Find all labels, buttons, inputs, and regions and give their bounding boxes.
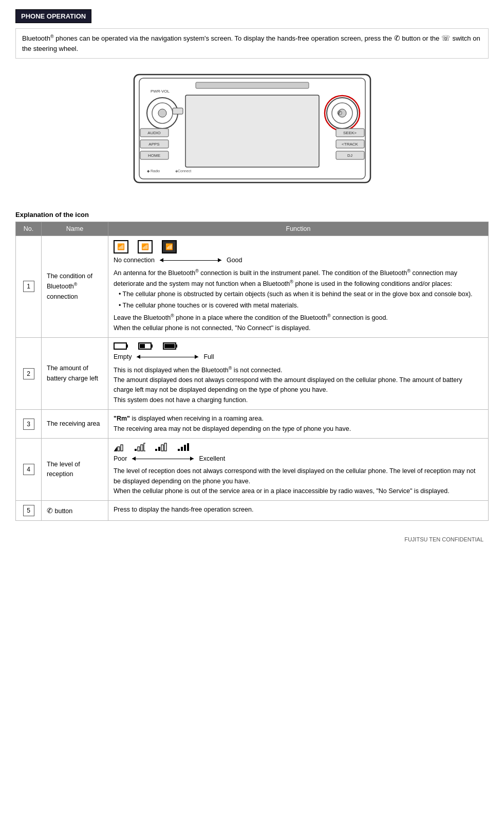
car-headunit-svg: PWR·VOL ✆ AUDIO APPS HOME SEEK> <TRACK D…: [129, 67, 376, 190]
svg-rect-45: [158, 447, 160, 451]
good-label: Good: [227, 256, 242, 265]
row-no-3: 3: [16, 410, 42, 439]
svg-text:◈Connect: ◈Connect: [175, 169, 191, 173]
svg-text:DJ: DJ: [347, 153, 352, 158]
svg-rect-34: [164, 344, 175, 348]
svg-rect-41: [138, 447, 140, 451]
svg-rect-35: [176, 344, 177, 348]
svg-rect-40: [135, 449, 137, 451]
bt-icon-good: 📶: [162, 240, 177, 254]
row-no-5: 5: [16, 501, 42, 521]
signal-low-icon: [134, 443, 145, 452]
signal-medium-icon: [155, 443, 168, 452]
table-row: 3 The receiving area "Rm" is displayed w…: [16, 410, 489, 439]
poor-excellent-arrow: Poor Excellent: [114, 454, 483, 464]
row-name-1: The condition of Bluetooth® connection: [42, 235, 108, 338]
icon-table: No. Name Function 1 The condition of Blu…: [15, 222, 489, 521]
col-header-no: No.: [16, 222, 42, 235]
footer-text: FUJITSU TEN CONFIDENTIAL: [404, 536, 483, 542]
table-row: 1 The condition of Bluetooth® connection…: [16, 235, 489, 338]
svg-text:AUDIO: AUDIO: [147, 131, 160, 135]
svg-rect-29: [126, 344, 128, 348]
signal-icons-row: [114, 443, 483, 452]
table-row: 2 The amount of battery charge left: [16, 338, 489, 410]
battery-half-icon: [138, 342, 154, 350]
row-name-3: The receiving area: [42, 410, 108, 439]
row-function-2: Empty Full This is not displayed when th…: [108, 338, 489, 410]
empty-label: Empty: [114, 352, 132, 362]
row-function-4: Poor Excellent The level of reception do…: [108, 438, 489, 501]
svg-text:◆ Radio: ◆ Radio: [147, 169, 160, 173]
svg-rect-49: [181, 447, 183, 451]
bullet-1: • The cellular phone is obstructed by ce…: [119, 289, 483, 299]
svg-rect-47: [164, 443, 166, 451]
svg-text:✆: ✆: [337, 110, 342, 117]
row-no-2: 2: [16, 338, 42, 410]
arrow: [137, 357, 198, 357]
svg-rect-44: [155, 449, 157, 451]
svg-rect-50: [184, 445, 186, 451]
confidential-footer: FUJITSU TEN CONFIDENTIAL: [15, 536, 489, 542]
phone-icon: ✆: [47, 506, 53, 515]
row-function-1: 📶 📶 📶 No connection Good An antenna for …: [108, 235, 489, 338]
row-function-5: Press to display the hands-free operatio…: [108, 501, 489, 521]
battery-icons-row: [114, 342, 483, 350]
arrow: [132, 459, 194, 459]
svg-rect-46: [161, 445, 163, 451]
page-title: PHONE OPERATION: [21, 12, 86, 20]
svg-rect-39: [121, 445, 123, 451]
battery-text: This is not displayed when the Bluetooth…: [114, 365, 483, 406]
svg-text:APPS: APPS: [148, 142, 159, 147]
svg-rect-25: [196, 82, 309, 88]
svg-rect-7: [173, 108, 183, 114]
svg-text:PWR·VOL: PWR·VOL: [151, 89, 170, 94]
row-name-5: ✆ button: [42, 501, 108, 521]
svg-rect-43: [144, 443, 145, 451]
intro-box: Bluetooth® phones can be operated via th…: [15, 28, 489, 59]
svg-text:HOME: HOME: [148, 153, 160, 158]
bt-icons-row: 📶 📶 📶: [114, 240, 483, 254]
svg-rect-28: [114, 343, 126, 349]
table-row: 5 ✆ button Press to display the hands-fr…: [16, 501, 489, 521]
no-connection-good-arrow: No connection Good: [114, 256, 483, 265]
battery-empty-icon: [114, 342, 129, 350]
svg-rect-42: [141, 445, 143, 451]
reception-text: The level of reception does not always c…: [114, 466, 483, 496]
svg-rect-48: [178, 449, 180, 451]
svg-rect-38: [118, 447, 120, 451]
page-title-bar: PHONE OPERATION: [15, 9, 91, 23]
signal-none-icon: [114, 443, 125, 452]
col-header-name: Name: [42, 222, 108, 235]
excellent-label: Excellent: [199, 454, 225, 464]
col-header-function: Function: [108, 222, 489, 235]
row-name-4: The level of reception: [42, 438, 108, 501]
receiving-area-text: "Rm" is displayed when receiving in a ro…: [114, 414, 483, 434]
bullet-2: • The cellular phone touches or is cover…: [119, 301, 483, 311]
svg-rect-2: [185, 95, 319, 167]
svg-text:<TRACK: <TRACK: [342, 142, 358, 147]
row-no-4: 4: [16, 438, 42, 501]
row-function-3: "Rm" is displayed when receiving in a ro…: [108, 410, 489, 439]
row-no-1: 1: [16, 235, 42, 338]
table-row: 4 The level of reception: [16, 438, 489, 501]
signal-full-icon: [177, 443, 191, 452]
svg-point-5: [158, 109, 166, 117]
explanation-label: Explanation of the icon: [15, 211, 489, 219]
empty-full-arrow: Empty Full: [114, 352, 483, 362]
arrow: [160, 260, 221, 261]
phone-button-text: Press to display the hands-free operatio…: [114, 506, 253, 513]
bt-condition-text: An antenna for the Bluetooth® connection…: [114, 268, 483, 289]
battery-full-icon: [163, 342, 178, 350]
svg-rect-51: [187, 443, 189, 451]
svg-text:SEEK>: SEEK>: [343, 131, 356, 135]
bt-extra-text: Leave the Bluetooth® phone in a place wh…: [114, 313, 483, 333]
full-label: Full: [203, 352, 214, 362]
poor-label: Poor: [114, 454, 127, 464]
svg-rect-31: [140, 344, 145, 348]
svg-rect-32: [151, 344, 153, 348]
row-name-2: The amount of battery charge left: [42, 338, 108, 410]
device-image-area: PWR·VOL ✆ AUDIO APPS HOME SEEK> <TRACK D…: [15, 67, 489, 190]
bt-icon-no-connection: 📶: [114, 240, 128, 254]
no-connection-label: No connection: [114, 256, 155, 265]
bt-icon-medium: 📶: [138, 240, 153, 254]
